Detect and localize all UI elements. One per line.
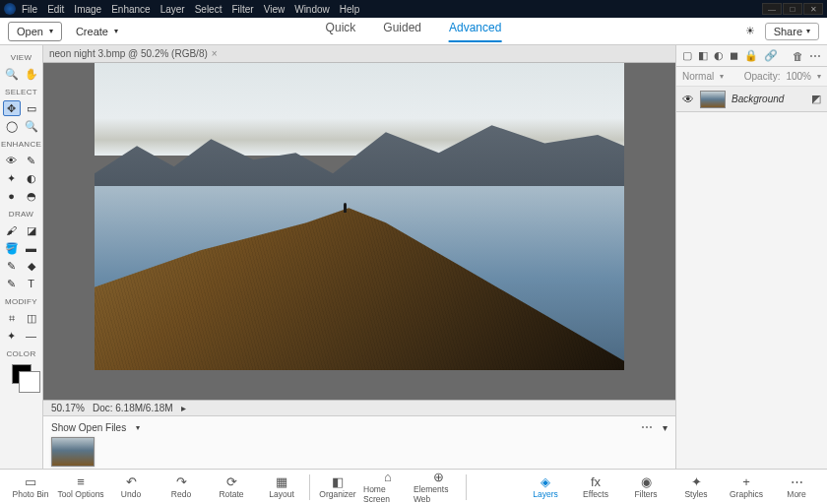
burn-tool-icon[interactable]: ◓	[23, 188, 40, 204]
bb-styles[interactable]: ✦Styles	[671, 471, 721, 504]
opacity-value[interactable]: 100%	[786, 71, 811, 82]
bb-tool-options[interactable]: ≡Tool Options	[56, 471, 105, 504]
adjustment-layer-icon[interactable]: ◐	[714, 49, 724, 62]
sponge-tool-icon[interactable]: ●	[3, 188, 21, 204]
photo-thumbnail[interactable]	[51, 437, 95, 467]
minimize-button[interactable]: —	[762, 3, 782, 15]
recompose-tool-icon[interactable]: ◫	[23, 310, 40, 326]
brightness-icon[interactable]: ☀	[745, 25, 755, 37]
smart-brush-tool-icon[interactable]: ✦	[3, 170, 21, 186]
create-button[interactable]: Create ▾	[76, 26, 118, 37]
maximize-button[interactable]: □	[783, 3, 802, 15]
mode-quick[interactable]: Quick	[326, 21, 356, 42]
bb-effects[interactable]: fxEffects	[571, 471, 620, 504]
photo-bin-title[interactable]: Show Open Files	[51, 422, 126, 433]
brush-tool-icon[interactable]: 🖌	[3, 222, 21, 238]
bb-organizer[interactable]: ◧Organizer	[313, 471, 362, 504]
bb-undo[interactable]: ↶Undo	[106, 471, 156, 504]
bb-graphics[interactable]: +Graphics	[722, 471, 771, 504]
bb-elements-web[interactable]: ⊕Elements Web	[414, 471, 463, 504]
lasso-tool-icon[interactable]: ◯	[3, 118, 21, 134]
eye-tool-icon[interactable]: 👁	[3, 153, 21, 168]
bb-layout[interactable]: ▦Layout	[257, 471, 306, 504]
menu-enhance[interactable]: Enhance	[111, 4, 150, 15]
styles-label: Styles	[684, 489, 707, 499]
hand-tool-icon[interactable]: ✋	[23, 66, 40, 82]
blend-mode-select[interactable]: Normal	[682, 71, 714, 82]
menu-file[interactable]: File	[22, 4, 37, 15]
layer-group-icon[interactable]: ◧	[698, 49, 708, 62]
layer-lock-icon[interactable]: ◩	[811, 93, 821, 105]
document-tab[interactable]: neon night 3.bmp @ 50.2% (RGB/8) ×	[43, 45, 675, 63]
chevron-down-icon: ▾	[49, 27, 53, 35]
layer-name[interactable]: Background	[732, 94, 784, 104]
fill-tool-icon[interactable]: 🪣	[3, 240, 21, 256]
layer-mask-icon[interactable]: ◼	[730, 49, 738, 62]
crop-tool-icon[interactable]: ⌗	[3, 310, 21, 326]
draw-section-label: DRAW	[9, 210, 33, 219]
straighten-tool-icon[interactable]: —	[23, 328, 40, 344]
redo-icon: ↷	[176, 474, 187, 488]
menu-edit[interactable]: Edit	[47, 4, 64, 15]
text-tool-icon[interactable]: T	[23, 276, 40, 291]
menu-select[interactable]: Select	[195, 4, 223, 15]
canvas-area[interactable]: ↖	[43, 63, 675, 400]
pencil-tool-icon[interactable]: ✎	[3, 276, 21, 291]
open-label: Open	[17, 26, 43, 37]
heal-tool-icon[interactable]: ✎	[23, 153, 40, 168]
menu-layer[interactable]: Layer	[160, 4, 185, 15]
more-icon[interactable]: ⋯	[809, 49, 821, 63]
close-button[interactable]: ✕	[803, 3, 823, 15]
mode-guided[interactable]: Guided	[383, 21, 421, 42]
move-tool-icon[interactable]: ✥	[3, 100, 21, 116]
chevron-down-icon[interactable]: ▾	[663, 422, 668, 433]
chevron-down-icon[interactable]: ▾	[136, 423, 140, 432]
open-button[interactable]: Open ▾	[8, 22, 62, 41]
bb-redo[interactable]: ↷Redo	[157, 471, 206, 504]
chevron-down-icon: ▾	[114, 27, 118, 35]
color-swatch[interactable]	[12, 364, 32, 384]
more-icon[interactable]: ⋯	[641, 420, 653, 434]
blur-tool-icon[interactable]: ◐	[23, 170, 40, 186]
close-icon[interactable]: ×	[212, 48, 218, 59]
zoom-level[interactable]: 50.17%	[51, 403, 85, 413]
bb-home-screen[interactable]: ⌂Home Screen	[363, 471, 413, 504]
layer-thumbnail[interactable]	[700, 91, 726, 108]
canvas[interactable]	[95, 63, 624, 370]
bb-more[interactable]: ⋯More	[772, 471, 821, 504]
status-bar: 50.17% Doc: 6.18M/6.18M ▸	[43, 400, 675, 415]
trash-icon[interactable]: 🗑	[793, 50, 803, 62]
lock-icon[interactable]: 🔒	[744, 49, 758, 62]
eraser-tool-icon[interactable]: ◪	[23, 222, 40, 238]
layers-label: Layers	[533, 489, 558, 499]
bb-filters[interactable]: ◉Filters	[621, 471, 670, 504]
chevron-right-icon[interactable]: ▸	[181, 403, 186, 413]
menu-window[interactable]: Window	[294, 4, 330, 15]
link-icon[interactable]: 🔗	[764, 49, 778, 62]
quick-select-tool-icon[interactable]: 🔍	[23, 118, 40, 134]
zoom-tool-icon[interactable]: 🔍	[3, 66, 21, 82]
bb-photo-bin[interactable]: ▭Photo Bin	[6, 471, 55, 504]
gradient-tool-icon[interactable]: ▬	[23, 240, 40, 256]
bb-layers[interactable]: ◈Layers	[521, 471, 570, 504]
menu-image[interactable]: Image	[74, 4, 101, 15]
menu-help[interactable]: Help	[340, 4, 360, 15]
menu-view[interactable]: View	[264, 4, 286, 15]
undo-icon: ↶	[126, 474, 137, 488]
filters-label: Filters	[634, 489, 657, 499]
mode-advanced[interactable]: Advanced	[449, 21, 501, 42]
layers-panel: ▢ ◧ ◐ ◼ 🔒 🔗 🗑 ⋯ Normal ▾ Opacity: 100% ▾…	[675, 45, 827, 469]
marquee-tool-icon[interactable]: ▭	[23, 100, 40, 116]
content-move-tool-icon[interactable]: ✦	[3, 328, 21, 344]
elements-web-label: Elements Web	[414, 484, 463, 504]
bb-rotate[interactable]: ⟳Rotate	[207, 471, 256, 504]
layers-icon: ◈	[541, 474, 550, 488]
graphics-icon: +	[742, 474, 750, 488]
menu-filter[interactable]: Filter	[231, 4, 253, 15]
new-layer-icon[interactable]: ▢	[682, 49, 692, 62]
shape-tool-icon[interactable]: ◆	[23, 258, 40, 274]
eyedropper-tool-icon[interactable]: ✎	[3, 258, 21, 274]
layer-row[interactable]: 👁 Background ◩	[676, 87, 827, 112]
share-button[interactable]: Share ▾	[765, 23, 819, 40]
visibility-icon[interactable]: 👁	[682, 93, 694, 106]
